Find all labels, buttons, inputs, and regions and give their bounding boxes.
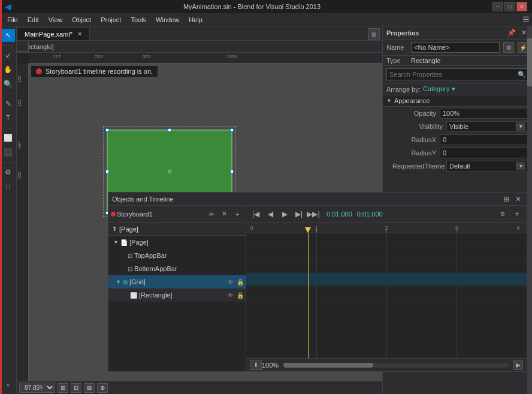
timeline-title-bar: Objects and Timeline ⊞ ✕ xyxy=(108,193,527,206)
minimize-button[interactable]: ─ xyxy=(492,2,503,11)
grid-collapse-arrow[interactable]: ▼ xyxy=(116,279,123,285)
handle-top-right[interactable] xyxy=(230,128,234,132)
tree-page-top-item[interactable]: ⬆ [Page] xyxy=(108,222,246,236)
timeline-ruler: 0 1 2 3 4 xyxy=(246,222,527,233)
ruler-label-0: 0 xyxy=(250,225,253,231)
menu-help[interactable]: Help xyxy=(184,15,207,25)
element-label-bar: [Rectangle] xyxy=(17,41,382,53)
timeline-panel-title: Objects and Timeline xyxy=(112,196,174,203)
radiusx-input[interactable] xyxy=(440,134,528,145)
ruler-tick-1 xyxy=(316,230,317,233)
menu-project[interactable]: Project xyxy=(96,15,126,25)
timeline-titlebar-controls: ⊞ ✕ xyxy=(501,194,523,204)
fit-to-screen-btn[interactable]: ⊕ xyxy=(97,383,108,393)
vertical-ruler: 150 121 497 320 xyxy=(17,64,29,394)
title-bar: ◀ MyAnimation.sln - Blend for Visual Stu… xyxy=(0,0,532,13)
grid-view-btn-2[interactable]: ⊟ xyxy=(71,383,81,393)
text-tool-button[interactable]: T xyxy=(2,112,15,125)
shape-tool-button[interactable]: ⬜ xyxy=(2,131,15,145)
menu-object[interactable]: Object xyxy=(67,15,96,25)
menu-window[interactable]: Window xyxy=(151,15,184,25)
tree-item-page[interactable]: ▼ 📄 [Page] xyxy=(108,236,246,249)
play-forward-btn[interactable]: ▶| xyxy=(293,208,305,220)
timeline-scroll-thumb[interactable] xyxy=(283,363,373,368)
timeline-scrollbar[interactable] xyxy=(283,363,509,368)
handle-top-left[interactable] xyxy=(105,128,109,132)
menu-edit[interactable]: Edit xyxy=(23,15,44,25)
prop-row-requestedtheme: RequestedTheme Default ▼ xyxy=(383,160,532,173)
properties-scrollbar-thumb[interactable] xyxy=(527,38,532,86)
arrange-dropdown[interactable]: Category ▾ xyxy=(423,85,455,93)
rect-visibility-icon[interactable]: 👁 xyxy=(226,291,235,299)
add-keyframe-btn[interactable]: + xyxy=(511,208,523,220)
handle-middle-left[interactable] xyxy=(105,170,109,173)
opacity-input[interactable] xyxy=(440,108,528,119)
grid-visibility-icon[interactable]: 👁 xyxy=(226,278,235,286)
rect-icon: ⬜ xyxy=(130,292,137,299)
radiusy-label: RadiusY xyxy=(392,149,440,157)
select-tool-button[interactable]: ↖ xyxy=(2,29,15,42)
asset-button[interactable]: ∷ xyxy=(2,180,15,193)
zoom-select[interactable]: 87.85% xyxy=(19,383,55,393)
menu-file[interactable]: File xyxy=(2,15,23,25)
zoom-tool-button[interactable]: 🔍 xyxy=(2,77,15,91)
search-properties-input[interactable] xyxy=(386,68,528,80)
prop-row-opacity: Opacity xyxy=(383,107,532,120)
play-back-btn[interactable]: ◀ xyxy=(264,208,276,220)
grid-label: [Grid] xyxy=(129,278,146,285)
ruler-label-v121: 121 xyxy=(17,100,22,107)
timeline-bottom-icon[interactable]: ⬇ xyxy=(250,360,262,370)
playhead-indicator-ruler[interactable] xyxy=(305,227,311,233)
toolbar-separator-2 xyxy=(2,94,14,94)
pen-tool-button[interactable]: ✎ xyxy=(2,97,15,110)
play-btn[interactable]: ▶ xyxy=(279,208,291,220)
brush-tool-button[interactable]: ⬛ xyxy=(2,146,15,159)
menu-view[interactable]: View xyxy=(44,15,68,25)
grid-item-actions: 👁 🔒 xyxy=(226,278,244,286)
storyboard-delete-btn[interactable]: ✕ xyxy=(218,208,230,220)
radiusy-input[interactable] xyxy=(440,148,528,158)
playhead-line[interactable] xyxy=(308,233,309,358)
name-settings-icon[interactable]: ⚙ xyxy=(503,42,514,53)
maximize-button[interactable]: □ xyxy=(504,2,515,11)
grid-view-btn-3[interactable]: ⊠ xyxy=(84,383,95,393)
grid-view-btn-1[interactable]: ⊞ xyxy=(58,383,68,393)
timeline-close-icon[interactable]: ✕ xyxy=(513,194,523,204)
tab-mainpage[interactable]: MainPage.xaml* ✕ xyxy=(17,27,90,40)
handle-middle-right[interactable] xyxy=(230,170,234,173)
timeline-scroll-right-btn[interactable]: ▶ xyxy=(513,360,523,370)
direct-select-button[interactable]: ↙ xyxy=(2,49,15,62)
go-start-btn[interactable]: |◀ xyxy=(250,208,262,220)
more-tools-button[interactable]: » xyxy=(2,378,15,392)
handle-top-middle[interactable] xyxy=(168,128,171,132)
timeline-resize-icon[interactable]: ⊞ xyxy=(501,194,511,204)
component-tool-button[interactable]: ⚙ xyxy=(2,166,15,179)
page-collapse-arrow[interactable]: ▼ xyxy=(113,239,120,245)
view-tool-button[interactable]: ✋ xyxy=(2,63,15,76)
storyboard-add-btn[interactable]: + xyxy=(231,208,243,220)
grid-lock-icon[interactable]: 🔒 xyxy=(236,278,244,286)
storyboard-menu-btn[interactable]: ≫ xyxy=(205,208,217,220)
tree-item-bottomappbar[interactable]: ⊡ BottomAppBar xyxy=(108,262,246,275)
sign-in-icon[interactable]: ☰ xyxy=(522,15,530,24)
panel-btn-1[interactable]: ⊞ xyxy=(368,28,380,40)
menu-tools[interactable]: Tools xyxy=(126,15,151,25)
appearance-section-header[interactable]: ▼ Appearance xyxy=(383,95,532,107)
name-input[interactable] xyxy=(411,42,500,53)
pin-icon[interactable]: 📌 xyxy=(507,28,516,38)
tab-close-icon[interactable]: ✕ xyxy=(77,31,82,37)
menu-bar: File Edit View Object Project Tools Wind… xyxy=(0,13,532,26)
tree-item-grid[interactable]: ▼ ⊞ [Grid] 👁 🔒 xyxy=(108,275,246,288)
properties-scrollbar[interactable] xyxy=(527,26,532,394)
close-button[interactable]: ✕ xyxy=(516,2,527,11)
objects-tree: Storyboard1 ≫ ✕ + ⬆ [Page] ▼ 📄 [Page] xyxy=(108,206,246,371)
tree-item-topappbar[interactable]: ⊡ TopAppBar xyxy=(108,249,246,262)
go-end-btn[interactable]: ▶▶| xyxy=(307,208,319,220)
arrange-label: Arrange by: xyxy=(386,86,421,93)
requestedtheme-dropdown[interactable]: Default ▼ xyxy=(446,161,528,172)
center-handle[interactable] xyxy=(168,170,171,173)
keyframe-settings-btn[interactable]: ⚙ xyxy=(497,208,509,220)
rect-lock-icon[interactable]: 🔒 xyxy=(236,291,244,299)
tree-item-rectangle[interactable]: ⬜ [Rectangle] 👁 🔒 xyxy=(108,288,246,302)
visibility-dropdown[interactable]: Visible ▼ xyxy=(446,121,528,132)
